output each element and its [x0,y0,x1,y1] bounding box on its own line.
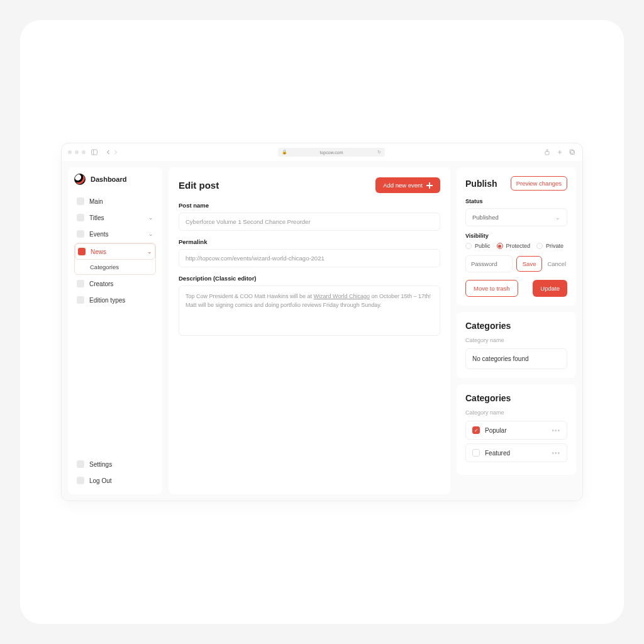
update-button[interactable]: Update [533,280,567,297]
sidebar-item-titles[interactable]: Titles ⌄ [74,210,156,225]
logout-icon [77,477,84,484]
category-item-featured[interactable]: Featured ••• [465,443,567,462]
maximize-dot[interactable] [82,150,86,154]
main-content: Edit post Add new event Post name Permal… [169,167,450,494]
visibility-protected-radio[interactable]: Protected [497,243,531,249]
document-icon [78,248,86,255]
permalink-input[interactable] [179,249,440,267]
status-label: Status [465,198,567,204]
page-title: Edit post [179,180,219,191]
radio-label: Private [546,243,564,249]
categories-title: Categories [465,321,567,331]
url-text: topcow.com [320,150,343,155]
browser-chrome: 🔒 topcow.com ↻ [62,143,582,161]
button-label: Add new event [383,182,423,189]
url-bar[interactable]: 🔒 topcow.com ↻ [278,148,385,157]
category-name-label: Category name [465,337,567,343]
sidebar-item-news[interactable]: News ⌄ [75,243,155,260]
sidebar-toggle-icon[interactable] [91,148,98,156]
sidebar-item-label: Events [89,231,109,238]
sidebar-item-label: Main [89,198,103,205]
sidebar: Dashboard Main Titles ⌄ Events ⌄ [68,167,162,494]
preview-changes-button[interactable]: Preview changes [511,176,567,191]
users-icon [77,280,84,287]
categories-panel-empty: Categories Category name No categories f… [457,312,576,378]
post-name-input[interactable] [179,213,440,231]
no-categories-message: No categories found [465,348,567,369]
sidebar-item-main[interactable]: Main [74,194,156,209]
sidebar-item-label: Settings [89,461,112,468]
chevron-down-icon: ⌄ [148,231,153,237]
more-icon[interactable]: ••• [552,450,560,457]
forward-icon[interactable] [112,148,119,156]
chevron-down-icon: ⌄ [147,248,152,255]
add-new-event-button[interactable]: Add new event [375,177,440,193]
sidebar-item-label: Creators [89,280,113,287]
close-dot[interactable] [68,150,72,154]
sidebar-item-label: Edition types [89,297,125,304]
description-label: Description (Classic editor) [179,275,440,282]
description-editor[interactable]: Top Cow President & COO Matt Hawkins wil… [179,286,440,336]
category-item-popular[interactable]: Popular ••• [465,421,567,440]
checkbox-icon[interactable] [472,449,480,457]
dashboard-title: Dashboard [91,175,126,183]
sidebar-item-events[interactable]: Events ⌄ [74,226,156,242]
description-link[interactable]: Wizard World Chicago [314,293,370,299]
categories-panel-list: Categories Category name Popular ••• Fea… [457,384,576,475]
category-name-label: Category name [465,409,567,416]
calendar-icon [77,230,84,238]
new-tab-icon[interactable] [556,148,564,156]
gear-icon [77,460,84,468]
grid-icon [77,197,84,205]
checkbox-icon[interactable] [472,426,480,434]
tabs-icon[interactable] [569,148,576,156]
permalink-label: Permalink [179,238,440,245]
more-icon[interactable]: ••• [552,427,560,434]
star-icon [77,296,84,304]
password-input[interactable] [465,255,513,272]
cancel-password-button[interactable]: Cancel [546,257,567,271]
sidebar-item-creators[interactable]: Creators [74,276,156,291]
titles-icon [77,214,84,221]
plus-icon [426,182,433,189]
radio-label: Protected [506,243,531,249]
browser-window: 🔒 topcow.com ↻ Dashboard Main [61,143,583,501]
dashboard-header[interactable]: Dashboard [74,174,156,185]
sidebar-item-label: Categories [90,264,119,270]
chevron-down-icon: ⌄ [148,214,153,221]
lock-icon: 🔒 [282,150,287,155]
svg-rect-0 [92,150,97,155]
publish-panel: Publish Preview changes Status Published… [457,167,576,306]
status-value: Published [472,214,499,221]
sidebar-item-logout[interactable]: Log Out [74,473,156,488]
visibility-public-radio[interactable]: Public [465,243,491,249]
post-name-label: Post name [179,202,440,209]
sidebar-item-edition-types[interactable]: Edition types [74,292,156,308]
visibility-private-radio[interactable]: Private [536,243,564,249]
svg-rect-4 [570,150,574,153]
status-select[interactable]: Published ⌄ [465,208,567,226]
sidebar-item-label: Titles [89,214,104,221]
back-icon[interactable] [104,148,112,156]
sidebar-subitem-categories[interactable]: Categories [75,260,155,274]
categories-title: Categories [465,393,567,403]
refresh-icon[interactable]: ↻ [377,150,381,155]
sidebar-item-label: News [91,248,106,255]
publish-title: Publish [465,179,497,189]
category-label: Featured [485,450,510,457]
share-icon[interactable] [543,148,551,156]
category-label: Popular [485,427,506,434]
description-text-before: Top Cow President & COO Matt Hawkins wil… [186,293,314,299]
sidebar-item-label: Log Out [89,477,112,484]
minimize-dot[interactable] [75,150,79,154]
visibility-label: Visibility [465,233,567,239]
logo-icon [74,174,86,185]
radio-label: Public [475,243,491,249]
svg-rect-3 [571,151,575,155]
window-controls[interactable] [68,150,86,154]
chevron-down-icon: ⌄ [555,214,560,221]
sidebar-item-settings[interactable]: Settings [74,457,156,472]
save-password-button[interactable]: Save [516,256,543,272]
move-to-trash-button[interactable]: Move to trash [465,280,518,297]
